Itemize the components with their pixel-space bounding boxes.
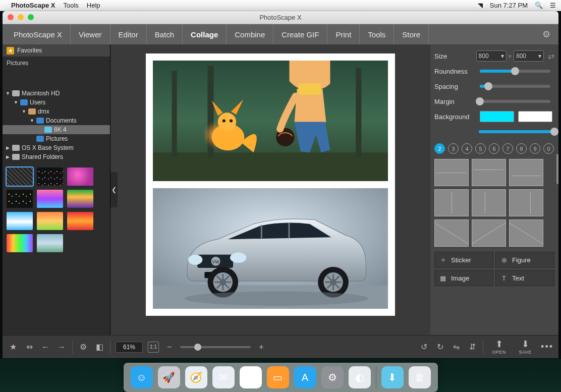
layout-count-4[interactable]: 4 bbox=[462, 143, 472, 154]
zoom-slider[interactable] bbox=[180, 346, 251, 348]
tab-print[interactable]: Print bbox=[327, 24, 360, 44]
settings-gear-icon[interactable]: ⚙ bbox=[542, 29, 550, 40]
layout-template[interactable] bbox=[472, 189, 506, 216]
menubar-tools[interactable]: Tools bbox=[63, 2, 78, 9]
layout-template[interactable] bbox=[434, 159, 469, 186]
tab-collage[interactable]: Collage bbox=[183, 24, 227, 44]
figure-button[interactable]: ⊛Figure bbox=[495, 252, 554, 268]
canvas-area[interactable]: ❮ bbox=[110, 44, 430, 335]
thumbnail[interactable] bbox=[37, 212, 63, 230]
image-button[interactable]: ▦Image bbox=[434, 270, 493, 286]
flip-vertical-icon[interactable]: ⇵ bbox=[467, 342, 478, 352]
rotate-right-icon[interactable]: ↻ bbox=[434, 342, 445, 352]
layout-count-6[interactable]: 6 bbox=[489, 143, 499, 154]
back-arrow-icon[interactable]: ← bbox=[40, 343, 51, 352]
layout-template[interactable] bbox=[509, 219, 543, 247]
forward-arrow-icon[interactable]: → bbox=[56, 343, 67, 352]
tree-node[interactable]: ▼Users bbox=[3, 98, 110, 107]
notification-center-icon[interactable]: ☰ bbox=[550, 2, 556, 9]
layout-template[interactable] bbox=[472, 159, 506, 186]
favorite-star-icon[interactable]: ★ bbox=[8, 342, 19, 352]
text-button[interactable]: TText bbox=[495, 270, 554, 286]
dock-app-itunes[interactable]: ♫ bbox=[240, 366, 262, 388]
layout-count-8[interactable]: 8 bbox=[516, 143, 527, 154]
swap-dimensions-icon[interactable]: ⇄ bbox=[548, 51, 554, 61]
dock-app-trash[interactable]: 🗑 bbox=[409, 366, 431, 388]
flip-horizontal-icon[interactable]: ⇋ bbox=[451, 342, 462, 352]
zoom-in-icon[interactable]: + bbox=[256, 343, 267, 352]
sidebar-pictures-label[interactable]: Pictures bbox=[3, 57, 110, 70]
layout-count-0[interactable]: 0 bbox=[543, 143, 554, 154]
compare-icon[interactable]: ◧ bbox=[94, 342, 105, 352]
dock-app-downloads[interactable]: ⬇ bbox=[381, 366, 404, 388]
open-button[interactable]: ⬆OPEN bbox=[488, 340, 510, 355]
sticker-button[interactable]: ✧Sticker bbox=[434, 252, 493, 268]
tab-viewer[interactable]: Viewer bbox=[71, 24, 110, 44]
collage-slot-2[interactable]: VW ABT bbox=[153, 188, 388, 309]
roundness-slider[interactable] bbox=[480, 70, 550, 73]
tab-creategif[interactable]: Create GIF bbox=[273, 24, 327, 44]
layout-template[interactable] bbox=[509, 159, 543, 186]
layout-count-2[interactable]: 2 bbox=[434, 143, 445, 154]
thumbnail[interactable] bbox=[67, 167, 93, 186]
spacing-slider[interactable] bbox=[480, 85, 550, 88]
menubar-help[interactable]: Help bbox=[87, 2, 100, 9]
favorites-header[interactable]: ★ Favorites bbox=[3, 44, 110, 57]
tab-editor[interactable]: Editor bbox=[110, 24, 147, 44]
layout-template[interactable] bbox=[509, 189, 543, 216]
dock-app-mail[interactable]: ✉ bbox=[212, 366, 235, 388]
menubar-app-name[interactable]: PhotoScape X bbox=[11, 2, 55, 9]
layout-template[interactable] bbox=[472, 219, 506, 247]
tree-node[interactable]: ▼Documents bbox=[3, 116, 110, 125]
layouts-scrollbar[interactable] bbox=[556, 154, 558, 184]
tree-node[interactable]: ▶Shared Folders bbox=[3, 152, 110, 161]
dock-app-appstore[interactable]: A bbox=[294, 366, 316, 388]
tab-store[interactable]: Store bbox=[394, 24, 429, 44]
menubar-status-icon[interactable]: ◥ bbox=[478, 2, 483, 9]
more-options-icon[interactable]: ••• bbox=[541, 342, 553, 352]
margin-slider[interactable] bbox=[480, 100, 550, 103]
thumbnail[interactable] bbox=[67, 212, 93, 230]
collage-slot-1[interactable] bbox=[153, 61, 388, 181]
layout-template[interactable] bbox=[434, 189, 469, 216]
tree-node[interactable]: ▼Macintosh HD bbox=[3, 89, 110, 98]
thumbnail[interactable] bbox=[37, 167, 63, 186]
zoom-display[interactable]: 61% bbox=[116, 342, 143, 353]
tree-node[interactable]: ▶OS X Base System bbox=[3, 143, 110, 152]
dock-app-settings[interactable]: ⚙ bbox=[321, 366, 344, 388]
thumbnail[interactable] bbox=[7, 212, 33, 230]
tab-batch[interactable]: Batch bbox=[147, 24, 183, 44]
tree-node[interactable]: Pictures bbox=[3, 134, 110, 143]
spotlight-icon[interactable]: 🔍 bbox=[535, 2, 543, 9]
rotate-left-icon[interactable]: ↺ bbox=[418, 342, 429, 352]
dock-app-safari[interactable]: 🧭 bbox=[185, 366, 207, 388]
tab-combine[interactable]: Combine bbox=[227, 24, 273, 44]
layout-count-9[interactable]: 9 bbox=[530, 143, 540, 154]
zoom-fit-button[interactable]: 1:1 bbox=[148, 342, 159, 353]
thumbnail[interactable] bbox=[37, 190, 63, 208]
collage-canvas[interactable]: VW ABT bbox=[146, 53, 395, 316]
gear-icon[interactable]: ⚙ bbox=[78, 342, 89, 352]
dock-app-ibooks[interactable]: ▭ bbox=[267, 366, 289, 388]
zoom-out-icon[interactable]: − bbox=[164, 343, 175, 352]
save-button[interactable]: ⬇SAVE bbox=[515, 340, 536, 355]
window-minimize-button[interactable] bbox=[18, 14, 24, 20]
layout-count-3[interactable]: 3 bbox=[448, 143, 459, 154]
bg-color-swatch-1[interactable] bbox=[480, 111, 514, 122]
menubar-clock[interactable]: Sun 7:27 PM bbox=[490, 2, 528, 9]
tab-photoscape[interactable]: PhotoScape X bbox=[6, 24, 71, 44]
dock-app-photoscape[interactable]: ◐ bbox=[349, 366, 371, 388]
thumbnail[interactable] bbox=[7, 167, 33, 186]
thumbnail[interactable] bbox=[37, 234, 63, 252]
bg-color-swatch-2[interactable] bbox=[518, 111, 552, 122]
dock-app-launchpad[interactable]: 🚀 bbox=[158, 366, 180, 388]
layout-count-7[interactable]: 7 bbox=[502, 143, 513, 154]
sidebar-collapse-handle[interactable]: ❮ bbox=[110, 172, 118, 207]
thumbnail[interactable] bbox=[7, 234, 33, 252]
tree-node[interactable]: ▼dmx bbox=[3, 107, 110, 116]
background-slider[interactable] bbox=[479, 130, 554, 133]
dock-app-finder[interactable]: ☺ bbox=[131, 366, 153, 388]
thumbnail[interactable] bbox=[67, 190, 93, 208]
window-close-button[interactable] bbox=[8, 14, 14, 20]
window-maximize-button[interactable] bbox=[28, 14, 34, 20]
